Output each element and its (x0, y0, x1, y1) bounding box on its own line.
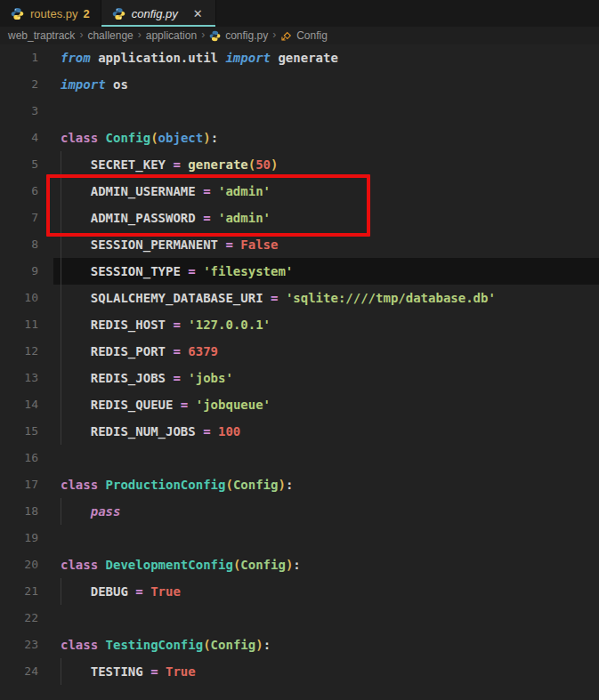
tab-config-py[interactable]: config.py ✕ (101, 0, 216, 27)
tab-routes-py[interactable]: routes.py 2 (0, 0, 101, 27)
code-token: 50 (255, 157, 271, 172)
line-number[interactable]: 22 (0, 605, 53, 632)
code-line[interactable]: 6 ADMIN_USERNAME = 'admin' (0, 178, 599, 205)
code-editor-window: routes.py 2 config.py ✕ web_traptrack › … (0, 0, 599, 700)
line-number[interactable]: 2 (0, 71, 53, 98)
code-line[interactable]: 8 SESSION_PERMANENT = False (0, 231, 599, 258)
code-token: 'jobqueue' (196, 398, 271, 412)
code-line[interactable]: 17class ProductionConfig(Config): (0, 471, 599, 498)
code-line[interactable]: 23class TestingConfig(Config): (0, 632, 599, 658)
code-line[interactable]: 20class DevelopmentConfig(Config): (0, 551, 599, 578)
code-token: class (61, 638, 98, 652)
code-line[interactable]: 18 pass (0, 498, 599, 525)
code-token: 'filesystem' (203, 264, 293, 278)
breadcrumb-item-folder[interactable]: application (146, 29, 197, 42)
code-token: SESSION_PERMANENT (61, 237, 218, 252)
line-number[interactable]: 15 (0, 418, 53, 445)
code-text: pass (53, 498, 599, 525)
line-number[interactable]: 11 (0, 311, 53, 338)
code-text (53, 98, 599, 125)
code-line[interactable]: 5 SECRET_KEY = generate(50) (0, 151, 599, 178)
line-number[interactable]: 14 (0, 391, 53, 418)
code-editor[interactable]: 1from application.util import generate2i… (0, 44, 599, 700)
code-token: import (225, 51, 271, 65)
line-number[interactable]: 12 (0, 338, 53, 365)
breadcrumb-item-file[interactable]: config.py (225, 29, 268, 42)
line-number[interactable]: 13 (0, 365, 53, 391)
code-line[interactable]: 13 REDIS_JOBS = 'jobs' (0, 365, 599, 391)
code-line[interactable]: 19 (0, 525, 599, 551)
code-token: import (61, 77, 106, 92)
breadcrumb-item-symbol[interactable]: Config (296, 29, 328, 42)
code-token: REDIS_NUM_JOBS (61, 424, 196, 439)
code-token: = (196, 424, 218, 439)
code-token: class (61, 478, 98, 492)
code-text (53, 445, 599, 471)
line-number[interactable]: 4 (0, 125, 53, 151)
code-line[interactable]: 10 SQLALCHEMY_DATABASE_URI = 'sqlite:///… (0, 285, 599, 311)
code-line[interactable]: 1from application.util import generate (0, 44, 599, 71)
line-number[interactable]: 19 (0, 525, 53, 551)
line-number[interactable]: 6 (0, 178, 53, 205)
chevron-right-icon: › (201, 28, 205, 41)
code-text: SECRET_KEY = generate(50) (53, 151, 599, 178)
code-token: Config (240, 558, 286, 572)
line-number[interactable]: 23 (0, 632, 53, 658)
code-line[interactable]: 12 REDIS_PORT = 6379 (0, 338, 599, 365)
line-number[interactable]: 21 (0, 578, 53, 605)
line-number[interactable]: 9 (0, 258, 53, 285)
code-token: from (61, 51, 91, 65)
line-number[interactable]: 20 (0, 551, 53, 578)
line-number[interactable]: 24 (0, 658, 53, 685)
code-token: 6379 (188, 344, 218, 358)
code-line[interactable]: 3 (0, 98, 599, 125)
code-token: '127.0.0.1' (188, 318, 271, 332)
close-icon[interactable]: ✕ (191, 6, 205, 21)
code-token: TESTING (61, 664, 143, 679)
code-line[interactable]: 16 (0, 445, 599, 471)
code-text: import os (53, 71, 599, 98)
breadcrumb-item-folder[interactable]: challenge (87, 29, 133, 42)
code-line[interactable]: 11 REDIS_HOST = '127.0.0.1' (0, 311, 599, 338)
code-line[interactable]: 2import os (0, 71, 599, 98)
code-token: SECRET_KEY (61, 157, 166, 172)
line-number[interactable]: 8 (0, 231, 53, 258)
line-number[interactable]: 7 (0, 205, 53, 231)
code-token: REDIS_HOST (61, 318, 166, 332)
code-text: SESSION_TYPE = 'filesystem' (53, 258, 599, 285)
code-text: class DevelopmentConfig(Config): (53, 551, 599, 578)
code-token: = (166, 344, 188, 358)
code-token: 'admin' (218, 184, 271, 198)
line-number[interactable]: 16 (0, 445, 53, 471)
code-token: REDIS_PORT (61, 344, 166, 358)
code-text: TESTING = True (53, 658, 599, 685)
line-number[interactable]: 1 (0, 44, 53, 71)
code-token: os (106, 77, 128, 92)
code-token: = (263, 291, 286, 305)
code-token: : (293, 558, 300, 572)
line-number[interactable]: 17 (0, 471, 53, 498)
code-token: generate (271, 51, 338, 65)
code-token: ) (271, 157, 278, 172)
code-line[interactable]: 21 DEBUG = True (0, 578, 599, 605)
line-number[interactable]: 5 (0, 151, 53, 178)
code-token: class (61, 558, 98, 572)
line-number[interactable]: 3 (0, 98, 53, 125)
code-line[interactable]: 4class Config(object): (0, 125, 599, 151)
code-line[interactable]: 15 REDIS_NUM_JOBS = 100 (0, 418, 599, 445)
code-line[interactable]: 22 (0, 605, 599, 632)
code-token: = (143, 664, 166, 679)
code-token: : (211, 131, 218, 145)
line-number[interactable]: 10 (0, 285, 53, 311)
python-file-icon (11, 7, 24, 20)
code-token: ADMIN_USERNAME (61, 184, 196, 198)
breadcrumb-item-root[interactable]: web_traptrack (8, 29, 75, 42)
code-line[interactable]: 7 ADMIN_PASSWORD = 'admin' (0, 205, 599, 231)
code-text: REDIS_HOST = '127.0.0.1' (53, 311, 599, 338)
code-token: False (240, 237, 278, 252)
code-line[interactable]: 14 REDIS_QUEUE = 'jobqueue' (0, 391, 599, 418)
code-token: Config (211, 638, 256, 652)
code-line[interactable]: 24 TESTING = True (0, 658, 599, 685)
code-line[interactable]: 9 SESSION_TYPE = 'filesystem' (0, 258, 599, 285)
line-number[interactable]: 18 (0, 498, 53, 525)
